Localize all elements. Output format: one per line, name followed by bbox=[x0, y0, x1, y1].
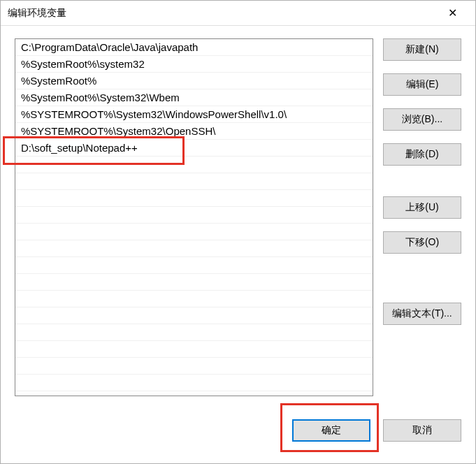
list-item[interactable] bbox=[15, 173, 373, 190]
cancel-button[interactable]: 取消 bbox=[383, 419, 461, 442]
delete-button[interactable]: 删除(D) bbox=[383, 143, 461, 166]
edit-button[interactable]: 编辑(E) bbox=[383, 73, 461, 96]
titlebar: 编辑环境变量 ✕ bbox=[1, 1, 475, 26]
new-button[interactable]: 新建(N) bbox=[383, 38, 461, 61]
move-up-button[interactable]: 上移(U) bbox=[383, 196, 461, 219]
list-item[interactable]: %SystemRoot% bbox=[15, 73, 373, 89]
list-item[interactable] bbox=[15, 274, 373, 291]
dialog-title: 编辑环境变量 bbox=[8, 7, 436, 20]
list-item[interactable] bbox=[15, 324, 373, 341]
env-var-dialog: 编辑环境变量 ✕ C:\ProgramData\Oracle\Java\java… bbox=[0, 0, 476, 464]
list-item[interactable] bbox=[15, 307, 373, 324]
list-item[interactable]: %SYSTEMROOT%\System32\OpenSSH\ bbox=[15, 123, 373, 140]
dialog-footer: 确定 取消 bbox=[1, 410, 475, 463]
list-item[interactable] bbox=[15, 291, 373, 307]
list-item[interactable]: %SystemRoot%\system32 bbox=[15, 56, 373, 73]
close-icon[interactable]: ✕ bbox=[436, 3, 468, 24]
ok-button[interactable]: 确定 bbox=[292, 419, 370, 442]
edit-text-button[interactable]: 编辑文本(T)... bbox=[383, 303, 461, 325]
list-item[interactable] bbox=[15, 257, 373, 274]
right-button-panel: 新建(N) 编辑(E) 浏览(B)... 删除(D) 上移(U) 下移(O) 编… bbox=[383, 38, 461, 402]
move-down-button[interactable]: 下移(O) bbox=[383, 231, 461, 254]
list-item[interactable]: D:\soft_setup\Notepad++ bbox=[15, 140, 373, 157]
list-item[interactable] bbox=[15, 358, 373, 375]
list-item[interactable] bbox=[15, 240, 373, 257]
list-item[interactable] bbox=[15, 190, 373, 207]
list-item[interactable] bbox=[15, 341, 373, 358]
list-item[interactable]: C:\ProgramData\Oracle\Java\javapath bbox=[15, 39, 373, 56]
list-item[interactable]: %SYSTEMROOT%\System32\WindowsPowerShell\… bbox=[15, 106, 373, 123]
list-item[interactable] bbox=[15, 375, 373, 391]
browse-button[interactable]: 浏览(B)... bbox=[383, 108, 461, 131]
dialog-content: C:\ProgramData\Oracle\Java\javapath %Sys… bbox=[1, 26, 475, 410]
list-item[interactable]: %SystemRoot%\System32\Wbem bbox=[15, 89, 373, 106]
list-item[interactable] bbox=[15, 224, 373, 240]
list-item[interactable] bbox=[15, 207, 373, 224]
path-listbox[interactable]: C:\ProgramData\Oracle\Java\javapath %Sys… bbox=[15, 38, 373, 396]
list-item[interactable] bbox=[15, 157, 373, 173]
